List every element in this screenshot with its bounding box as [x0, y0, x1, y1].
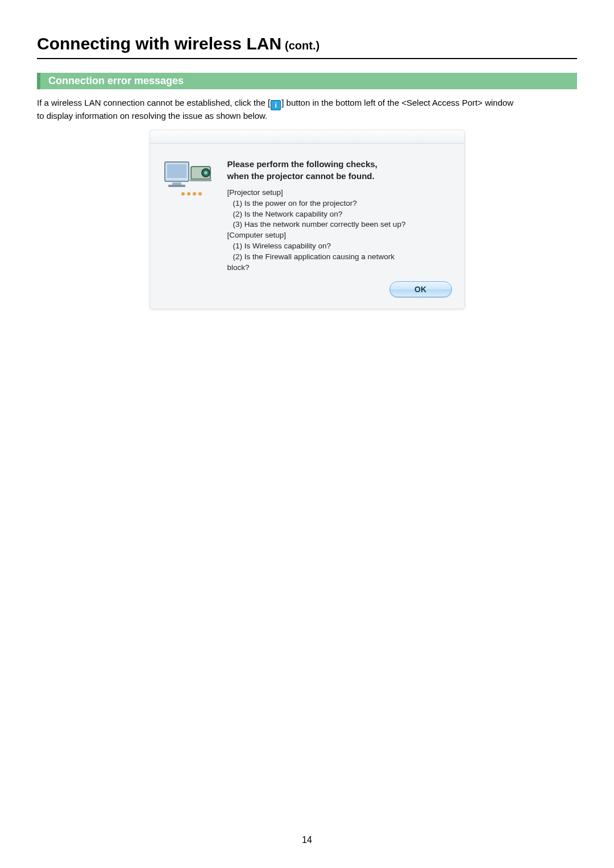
section-heading: Connection error messages	[37, 73, 577, 89]
dialog-footer: OK	[150, 279, 464, 309]
svg-rect-2	[172, 182, 181, 185]
dialog-titlebar	[150, 130, 464, 144]
list-item: (3) Has the network number correctly bee…	[227, 219, 452, 230]
dialog-heading: Please perform the following checks, whe…	[227, 159, 452, 182]
list-item: (2) Is the Network capability on?	[227, 209, 452, 220]
list-item: (1) Is the power on for the projector?	[227, 198, 452, 209]
error-dialog: Please perform the following checks, whe…	[150, 130, 465, 309]
svg-point-10	[193, 192, 196, 196]
intro-text-before: If a wireless LAN connection cannot be e…	[37, 98, 270, 107]
svg-rect-7	[190, 179, 211, 181]
svg-point-8	[181, 192, 185, 196]
ok-button[interactable]: OK	[389, 281, 452, 297]
page-number: 14	[0, 835, 614, 845]
dialog-heading-line1: Please perform the following checks,	[227, 159, 452, 170]
projector-computer-icon	[163, 159, 215, 273]
intro-text-after: ] button in the bottom left of the <Sele…	[281, 98, 513, 107]
svg-point-11	[198, 192, 202, 196]
intro-text-line2: to display information on resolving the …	[37, 110, 577, 122]
svg-rect-3	[168, 185, 185, 187]
list-item-trail: block?	[227, 263, 452, 273]
list-item: (2) Is the Firewall application causing …	[227, 252, 452, 263]
svg-point-6	[204, 171, 208, 175]
svg-rect-1	[167, 164, 186, 178]
page-title-main: Connecting with wireless LAN	[37, 34, 281, 53]
info-icon: i	[271, 100, 281, 110]
list-item: (1) Is Wireless capability on?	[227, 241, 452, 252]
group-projector-label: [Projector setup]	[227, 188, 452, 198]
dialog-checklist: [Projector setup] (1) Is the power on fo…	[227, 188, 452, 273]
page-title-suffix: (cont.)	[285, 39, 320, 52]
dialog-body: Please perform the following checks, whe…	[150, 144, 464, 279]
dialog-heading-line2: when the projector cannot be found.	[227, 171, 452, 182]
document-page: Connecting with wireless LAN (cont.) Con…	[0, 0, 614, 868]
title-divider	[37, 58, 577, 59]
page-title: Connecting with wireless LAN (cont.)	[37, 34, 577, 53]
dialog-text: Please perform the following checks, whe…	[227, 159, 452, 273]
svg-point-9	[187, 192, 190, 196]
dialog-container: Please perform the following checks, whe…	[37, 130, 577, 309]
group-computer-label: [Computer setup]	[227, 230, 452, 241]
intro-paragraph: If a wireless LAN connection cannot be e…	[37, 97, 577, 122]
